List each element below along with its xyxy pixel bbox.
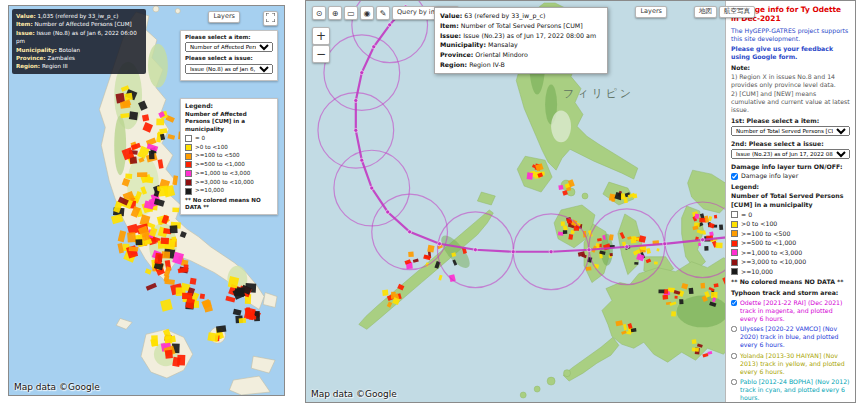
info-key: Region: — [16, 63, 40, 69]
feature-popup: Value: 63 (refered by 33_iw_p_c) Item: N… — [434, 7, 608, 74]
right-layers-button[interactable]: Layers — [635, 6, 667, 18]
info-value: Number of Affected Persons [CUM] — [34, 21, 131, 27]
popup-value: Oriental Mindoro — [475, 51, 528, 58]
legend-label: = 0 — [195, 135, 205, 142]
map-type-button[interactable]: 航空写真 — [719, 6, 755, 18]
info-value: Zambales — [47, 55, 75, 61]
feedback-link[interactable]: Please give us your feedback using Googl… — [731, 45, 850, 61]
legend-swatch — [731, 249, 738, 256]
item-select-label: Please select a item: — [185, 34, 273, 41]
damage-info-sidebar: Damage info for Ty Odette in Dec-2021 Th… — [725, 1, 855, 402]
info-row: Province: Zambales — [16, 54, 142, 62]
legend-footnote: ** No colored means NO DATA ** — [731, 278, 850, 286]
left-item-select[interactable]: Number of Affected Persons [CUM] — [185, 42, 273, 52]
right-map-panel: フィリピン ⊙ ⊕ ▭ ◉ ✎ Query by imports + − Val… — [305, 0, 856, 403]
legend-item: >=1,000 to <3,000 — [185, 170, 273, 177]
popup-row: Region: Region IV-B — [440, 60, 602, 70]
typhoon-section-label: Typhoon track and storm area: — [731, 289, 850, 297]
popup-value: Mansalay — [488, 41, 518, 48]
step1-label: 1st: Please select a item: — [731, 117, 850, 125]
popup-value: 63 (refered by 33_iw_p_c) — [464, 12, 545, 19]
info-key: Province: — [16, 55, 46, 61]
typhoon-item[interactable]: Yolanda [2013-30 HAIYAN] (Nov 2013) trac… — [731, 352, 850, 376]
zoom-in-tool-icon[interactable]: ⊕ — [328, 6, 342, 20]
legend-swatch — [185, 179, 192, 186]
legend-item: >=10,000 — [731, 268, 850, 276]
legend-item: = 0 — [185, 135, 273, 142]
legend-item: >=3,000 to <10,000 — [731, 258, 850, 266]
left-map-panel: Value: 1,035 (refered by 33_iw_p_c) Item… — [8, 5, 285, 396]
left-issue-select[interactable]: Issue (No.8) as of Jan 6, 2022 06:00 pm — [185, 64, 273, 74]
issue-select[interactable]: Issue (No.23) as of Jun 17, 2022 08:00 a… — [731, 149, 850, 159]
draw-tool-icon[interactable]: ✎ — [376, 6, 390, 20]
info-key: Value: — [16, 13, 36, 19]
damage-layer-label: Damage info layer — [741, 172, 798, 180]
typhoon-checkbox[interactable] — [731, 353, 737, 359]
legend-label: >=1,000 to <3,000 — [741, 249, 802, 257]
popup-key: Municipality: — [440, 41, 486, 48]
legend-swatch — [185, 153, 192, 160]
info-value: 1,035 (refered by 33_iw_p_c) — [38, 13, 119, 19]
typhoon-checkbox[interactable] — [731, 326, 737, 332]
damage-layer-toggle[interactable]: Damage info layer — [731, 172, 850, 180]
popup-key: Value: — [440, 12, 462, 19]
legend-item: >=100 to <500 — [185, 152, 273, 159]
legend-item: >=100 to <500 — [731, 230, 850, 238]
zoom-control: + − — [312, 27, 330, 63]
left-item-selector: Please select a item: Number of Affected… — [180, 30, 278, 81]
legend-label: >=10,000 — [741, 268, 773, 276]
info-key: Item: — [16, 21, 33, 27]
country-label: フィリピン — [563, 87, 634, 100]
legend-item: = 0 — [731, 211, 850, 219]
typhoon-item[interactable]: Ulysses [2020-22 VAMCO] (Nov 2020) track… — [731, 325, 850, 349]
legend-label: >=500 to <1,000 — [195, 161, 245, 168]
typhoon-label: Yolanda [2013-30 HAIYAN] (Nov 2013) trac… — [740, 352, 850, 376]
legend-item: >=500 to <1,000 — [731, 239, 850, 247]
marker-tool-icon[interactable]: ◉ — [360, 6, 374, 20]
info-value: Region III — [42, 63, 68, 69]
info-row: Issue: Issue (No.8) as of Jan 6, 2022 06… — [16, 29, 142, 46]
info-row: Item: Number of Affected Persons [CUM] — [16, 20, 142, 28]
typhoon-checkbox[interactable] — [731, 300, 737, 306]
legend-swatch — [731, 259, 738, 266]
left-layers-button[interactable]: Layers — [208, 11, 240, 23]
popup-row: Province: Oriental Mindoro — [440, 50, 602, 60]
note-1: 1) Region X in issues No.8 and 14 provid… — [731, 73, 850, 89]
map-attribution: Map data ©Google — [14, 382, 100, 392]
support-text: The HyGEPP-GATRES project supports this … — [731, 27, 850, 43]
legend-subtitle: Number of Affected Persons [CUM] in a mu… — [185, 111, 273, 133]
note-label: Note: — [731, 64, 850, 72]
legend-label: >0 to <100 — [741, 220, 777, 228]
typhoon-item[interactable]: Pablo [2012-24 BOPHA] (Nov 2012) track i… — [731, 378, 850, 402]
popup-key: Region: — [440, 61, 467, 68]
popup-row: Value: 63 (refered by 33_iw_p_c) — [440, 11, 602, 21]
legend-swatch — [731, 221, 738, 228]
pan-tool-icon[interactable]: ⊙ — [312, 6, 326, 20]
typhoon-checkbox[interactable] — [731, 379, 737, 385]
note-2: 2) [CUM] and [NEW] means cumulative and … — [731, 90, 850, 114]
zoom-out-button[interactable]: − — [312, 45, 330, 63]
item-select[interactable]: Number of Total Served Persons [CUM] — [731, 126, 850, 136]
legend-subtitle: Number of Total Served Persons [CUM] in … — [731, 192, 850, 208]
legend-swatch — [185, 161, 192, 168]
legend-item: >=10,000 — [185, 187, 273, 194]
map-type-control: 地図 航空写真 — [694, 6, 755, 18]
legend-label: = 0 — [741, 211, 752, 219]
layer-toggle-label: Damage info layer turn ON/OFF: — [731, 163, 850, 171]
typhoon-item[interactable]: Odette [2021-22 RAI] (Dec 2021) track in… — [731, 299, 850, 323]
legend-item: >=1,000 to <3,000 — [731, 249, 850, 257]
legend-swatch — [731, 268, 738, 275]
legend-title: Legend: — [185, 102, 273, 110]
legend-label: >=3,000 to <10,000 — [195, 179, 254, 186]
popup-key: Item: — [440, 22, 459, 29]
map-type-button[interactable]: 地図 — [694, 6, 717, 18]
legend-item: >=500 to <1,000 — [185, 161, 273, 168]
zoom-box-tool-icon[interactable]: ▭ — [344, 6, 358, 20]
left-feature-info: Value: 1,035 (refered by 33_iw_p_c) Item… — [12, 9, 146, 74]
legend-label: >=3,000 to <10,000 — [741, 258, 806, 266]
zoom-in-button[interactable]: + — [312, 27, 330, 45]
info-row: Value: 1,035 (refered by 33_iw_p_c) — [16, 12, 142, 20]
damage-layer-checkbox[interactable] — [731, 173, 738, 180]
fullscreen-button[interactable] — [263, 11, 278, 26]
legend-label: >=100 to <500 — [195, 152, 240, 159]
